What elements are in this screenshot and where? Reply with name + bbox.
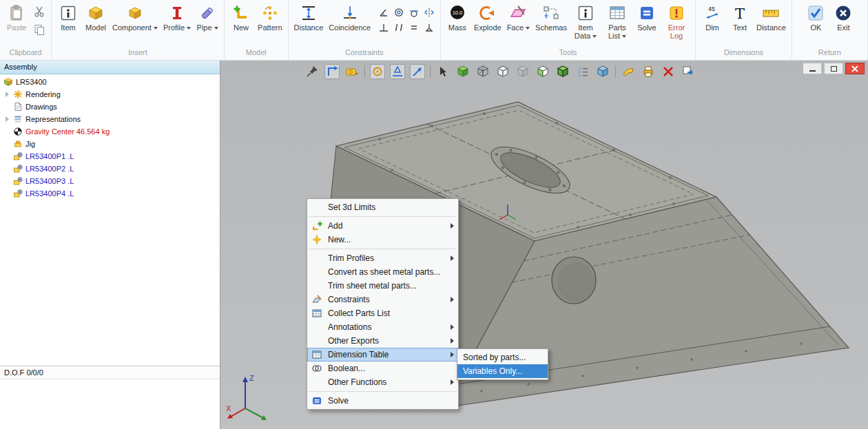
set-3d-limits-icon[interactable] xyxy=(324,64,340,79)
angle-constraint-button[interactable] xyxy=(377,5,391,19)
menu-item-other-exports[interactable]: Other Exports xyxy=(307,334,458,348)
snap-normal-icon[interactable] xyxy=(410,64,425,79)
tree-item-rendering[interactable]: Rendering xyxy=(0,88,219,101)
menu-item-collect-parts-list[interactable]: Collect Parts List xyxy=(307,306,458,320)
minimize-button[interactable] xyxy=(803,63,822,74)
ok-button[interactable]: OK xyxy=(803,2,829,32)
menu-item-add[interactable]: Add xyxy=(307,219,458,233)
perpendicular-constraint-button[interactable] xyxy=(377,20,391,34)
profile-button[interactable]: Profile xyxy=(161,2,193,32)
section-plane-icon[interactable] xyxy=(621,64,636,79)
error-log-button[interactable]: Error Log xyxy=(661,2,692,41)
schemas-button[interactable]: Schemas xyxy=(533,2,569,32)
face-button[interactable]: Face xyxy=(505,2,532,32)
window-controls xyxy=(803,63,865,74)
component-button[interactable]: Component xyxy=(110,2,160,32)
menu-item-set-3d-limits[interactable]: Set 3d Limits xyxy=(307,200,458,214)
collect-parts-list-icon xyxy=(309,308,324,319)
menu-item-dimension-table[interactable]: Dimension Table xyxy=(307,348,458,362)
expander-icon[interactable] xyxy=(4,91,11,98)
coincidence-button[interactable]: Coincidence xyxy=(327,2,373,32)
tree-item-part-1[interactable]: LR53400P1 .L xyxy=(0,150,219,163)
wireframe-view-icon[interactable] xyxy=(475,64,490,79)
group-label-clipboard: Clipboard xyxy=(3,48,48,59)
parts-list-icon xyxy=(608,3,626,23)
pipe-button[interactable]: Pipe xyxy=(194,2,220,32)
measure-tape-icon[interactable] xyxy=(344,64,360,79)
perspective-box-icon[interactable] xyxy=(595,64,610,79)
symmetry-constraint-button[interactable] xyxy=(422,5,437,19)
face-icon xyxy=(509,3,527,23)
group-label-insert: Insert xyxy=(55,48,220,59)
distance-dim-button[interactable]: Distance xyxy=(754,2,788,32)
part-icon xyxy=(12,189,23,199)
print-icon[interactable] xyxy=(641,64,656,79)
mass-button[interactable]: 10.0 Mass xyxy=(444,2,471,32)
item-data-button[interactable]: Item Data xyxy=(570,2,601,41)
tangent-constraint-button[interactable] xyxy=(407,5,422,19)
text-button[interactable]: T Text xyxy=(727,2,753,32)
menu-item-trim-sheet-metal[interactable]: Trim sheet metal parts... xyxy=(307,279,458,293)
equal-constraint-button[interactable] xyxy=(407,20,422,34)
schemas-icon xyxy=(542,3,560,23)
tree-item-part-4[interactable]: LR53400P4 .L xyxy=(0,187,219,200)
distance-constraint-icon xyxy=(300,3,318,23)
solve-button[interactable]: Solve xyxy=(634,2,660,32)
fix-constraint-button[interactable] xyxy=(422,20,437,34)
half-shaded-view-icon[interactable] xyxy=(535,64,550,79)
expander-icon[interactable] xyxy=(4,116,11,123)
item-button[interactable]: Item xyxy=(55,2,81,32)
parallel-constraint-button[interactable] xyxy=(392,20,406,34)
select-element-icon[interactable] xyxy=(435,64,451,79)
shaded-view-icon[interactable] xyxy=(455,64,471,79)
menu-item-boolean[interactable]: Boolean... xyxy=(307,362,458,375)
hidden-line-view-icon[interactable] xyxy=(495,64,510,79)
ghost-view-icon[interactable] xyxy=(515,64,530,79)
tree-item-root[interactable]: LR53400 xyxy=(0,76,219,88)
restore-button[interactable] xyxy=(824,63,843,74)
tree-item-jig[interactable]: Jig xyxy=(0,138,219,150)
tree-item-part-3[interactable]: LR53400P3 .L xyxy=(0,175,219,187)
submenu-item-sorted-by-parts[interactable]: Sorted by parts... xyxy=(457,350,548,364)
menu-item-constraints[interactable]: Constraints xyxy=(307,293,458,306)
copy-button[interactable] xyxy=(31,21,48,38)
shaded-edges-view-icon[interactable] xyxy=(555,64,570,79)
menu-item-solve[interactable]: Solve xyxy=(307,394,458,408)
dim-button[interactable]: 45 Dim xyxy=(699,2,725,32)
export-view-icon[interactable] xyxy=(681,64,696,79)
model-button[interactable]: Model xyxy=(83,2,109,32)
tree-item-gravity-center[interactable]: Gravity Center 46.564 kg xyxy=(0,125,219,138)
menu-item-annotations[interactable]: Annotations xyxy=(307,320,458,334)
snap-vertex-icon[interactable] xyxy=(390,64,405,79)
item-data-dropdown-caret xyxy=(592,35,597,38)
snap-center-icon[interactable] xyxy=(370,64,385,79)
menu-item-convert-sheet-metal[interactable]: Convert as sheet metal parts... xyxy=(307,265,458,279)
close-button[interactable] xyxy=(845,63,865,74)
menu-item-new[interactable]: New... xyxy=(307,233,458,247)
concentric-constraint-button[interactable] xyxy=(392,5,406,19)
svg-text:10.0: 10.0 xyxy=(453,10,463,16)
submenu-item-variables-only[interactable]: Variables Only... xyxy=(457,364,548,378)
distance-constraint-button[interactable]: Distance xyxy=(292,2,326,32)
group-label-tools: Tools xyxy=(444,48,692,59)
menu-item-other-functions[interactable]: Other Functions xyxy=(307,375,458,389)
new-button[interactable]: New xyxy=(228,2,254,32)
exit-button[interactable]: Exit xyxy=(830,2,856,32)
view-list-icon[interactable] xyxy=(575,64,590,79)
pattern-button[interactable]: Pattern xyxy=(256,2,284,32)
cut-button[interactable] xyxy=(31,3,48,20)
pin-icon[interactable] xyxy=(304,64,320,79)
parts-list-button[interactable]: Parts List xyxy=(602,2,632,41)
tree-item-representations[interactable]: Representations xyxy=(0,113,219,125)
face-dropdown-caret xyxy=(526,27,530,30)
paste-button[interactable]: Paste xyxy=(3,2,30,32)
tree-item-part-2[interactable]: LR53400P2 .L xyxy=(0,163,219,175)
representations-icon xyxy=(12,114,23,125)
tree-item-drawings[interactable]: Drawings xyxy=(0,101,219,113)
explode-button[interactable]: Explode xyxy=(472,2,504,32)
menu-item-trim-profiles[interactable]: Trim Profiles xyxy=(307,251,458,265)
rendering-icon xyxy=(12,90,23,100)
ribbon: Paste Clipboard Item Model xyxy=(0,0,868,61)
viewport-toolbar xyxy=(304,64,696,79)
delete-view-icon[interactable] xyxy=(661,64,676,79)
